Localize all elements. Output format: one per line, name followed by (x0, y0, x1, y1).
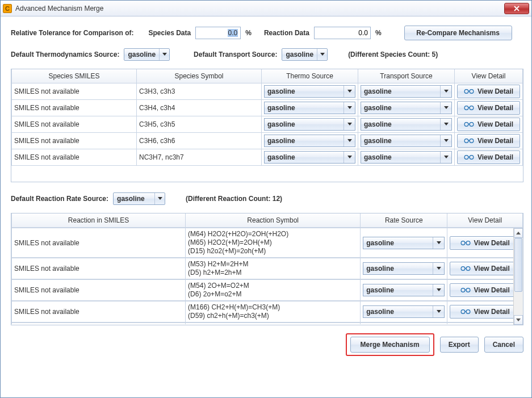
symbol-cell: C3H6, c3h6 (137, 133, 262, 149)
view-detail-button[interactable]: View Detail (450, 262, 520, 275)
reaction-data-input[interactable] (314, 27, 371, 39)
svg-point-4 (464, 123, 468, 127)
rate-cell: gasoline (361, 228, 447, 258)
chevron-down-icon (154, 193, 165, 204)
reaction-count-label: (Different Reaction Count: 12) (186, 195, 282, 203)
svg-point-9 (470, 156, 474, 160)
pct-2: % (375, 29, 382, 37)
table-row: SMILES not availableC3H4, c3h4gasolinega… (12, 100, 523, 116)
reaction-scrollbar[interactable] (513, 228, 523, 325)
rx-symbol-cell: (M54) 2O+M=O2+M(D6) 2o+M=o2+M (186, 280, 361, 301)
chevron-down-icon (433, 237, 444, 249)
rate-cell: gasoline (361, 258, 447, 279)
close-button[interactable] (504, 3, 529, 14)
view-detail-button[interactable]: View Detail (450, 283, 520, 297)
scroll-down-button[interactable] (514, 315, 523, 325)
rate-dropdown[interactable]: gasoline (363, 262, 445, 275)
thermo-dropdown[interactable]: gasoline (264, 135, 355, 147)
chevron-down-icon (344, 135, 355, 146)
svg-point-8 (464, 156, 468, 160)
table-row: SMILES not availableC3H6, c3h6gasolinega… (12, 133, 523, 149)
svg-point-0 (464, 90, 468, 94)
transport-dropdown[interactable]: gasoline (361, 135, 452, 147)
thermo-dropdown[interactable]: gasoline (264, 85, 355, 98)
transport-dropdown[interactable]: gasoline (361, 102, 452, 114)
default-rate-dropdown[interactable]: gasoline (113, 192, 165, 205)
column-header: Species SMILES (12, 69, 137, 83)
column-header: View Detail (447, 213, 523, 228)
view-detail-button[interactable]: View Detail (457, 118, 520, 131)
defaults-row: Default Thermodynamics Source: gasoline … (11, 48, 523, 61)
cancel-button[interactable]: Cancel (484, 337, 523, 353)
thermo-dropdown[interactable]: gasoline (264, 151, 355, 164)
view-cell: View Detail (455, 100, 523, 116)
smiles-cell: SMILES not available (12, 133, 137, 149)
species-table-wrap: Species SMILESSpecies SymbolThermo Sourc… (11, 69, 523, 182)
view-detail-button[interactable]: View Detail (457, 85, 520, 98)
rate-dropdown[interactable]: gasoline (363, 237, 445, 249)
svg-point-15 (466, 288, 470, 292)
chevron-down-icon (433, 284, 444, 296)
table-row: SMILES not available(M54) 2O+M=O2+M(D6) … (11, 279, 523, 301)
rx-smiles-cell: SMILES not available (12, 228, 186, 258)
rx-symbol-cell: (M55) O+H+M=OH+M(D7) o+h+M=oh+M (186, 323, 361, 325)
default-transport-label: Default Transport Source: (194, 51, 277, 58)
scroll-track[interactable] (514, 238, 523, 315)
symbol-cell: C3H4, c3h4 (137, 100, 262, 116)
window: C Advanced Mechanism Merge Relative Tole… (0, 0, 532, 398)
transport-dropdown[interactable]: gasoline (361, 118, 452, 131)
merge-highlight: Merge Mechanism (346, 333, 434, 356)
rate-dropdown[interactable]: gasoline (363, 284, 445, 296)
transport-cell: gasoline (358, 149, 455, 166)
chevron-down-icon (440, 152, 451, 163)
svg-point-10 (461, 241, 465, 245)
view-cell: View Detail (455, 133, 523, 149)
thermo-dropdown[interactable]: gasoline (264, 102, 355, 114)
chevron-down-icon (344, 119, 355, 130)
svg-point-5 (470, 123, 474, 127)
transport-dropdown[interactable]: gasoline (361, 85, 452, 98)
svg-point-11 (466, 241, 470, 245)
default-thermo-label: Default Thermodynamics Source: (11, 51, 119, 58)
view-detail-button[interactable]: View Detail (457, 150, 520, 164)
smiles-cell: SMILES not available (12, 116, 137, 133)
svg-point-2 (464, 106, 468, 110)
rate-cell: gasoline (361, 301, 447, 322)
default-transport-dropdown[interactable]: gasoline (282, 48, 328, 61)
rate-cell: gasoline (361, 323, 447, 325)
recompare-button[interactable]: Re-Compare Mechanisms (404, 26, 512, 40)
footer-buttons: Merge Mechanism Export Cancel (11, 330, 523, 356)
column-header: Reaction Symbol (186, 213, 361, 228)
merge-button[interactable]: Merge Mechanism (350, 337, 430, 353)
scroll-thumb[interactable] (514, 238, 522, 292)
svg-point-16 (461, 310, 465, 314)
view-cell: View Detail (447, 301, 523, 322)
svg-point-14 (461, 288, 465, 292)
view-detail-button[interactable]: View Detail (457, 134, 520, 148)
chevron-down-icon (344, 102, 355, 114)
column-header: View Detail (455, 69, 523, 83)
export-button[interactable]: Export (440, 337, 479, 353)
transport-cell: gasoline (358, 83, 455, 100)
chevron-down-icon (433, 306, 444, 317)
close-icon (514, 6, 520, 11)
svg-point-17 (466, 310, 470, 314)
rx-smiles-cell: SMILES not available (12, 280, 186, 301)
view-detail-button[interactable]: View Detail (450, 236, 520, 250)
thermo-dropdown[interactable]: gasoline (264, 118, 355, 131)
rx-symbol-cell: (M64) H2O2(+H2O)=2OH(+H2O)(M65) H2O2(+M)… (186, 228, 361, 258)
chevron-down-icon (317, 49, 327, 60)
thermo-cell: gasoline (262, 133, 358, 149)
transport-cell: gasoline (358, 116, 455, 133)
rx-smiles-cell: SMILES not available (12, 258, 186, 279)
table-row: SMILES not available(M166) CH2+H(+M)=CH3… (11, 301, 523, 322)
view-detail-button[interactable]: View Detail (457, 101, 520, 115)
species-data-input[interactable]: 0.0 (195, 27, 241, 39)
default-thermo-dropdown[interactable]: gasoline (124, 48, 170, 61)
view-detail-button[interactable]: View Detail (450, 305, 520, 319)
rate-dropdown[interactable]: gasoline (363, 305, 445, 318)
view-cell: View Detail (447, 228, 523, 258)
scroll-up-button[interactable] (514, 228, 523, 238)
rx-smiles-cell: SMILES not available (12, 301, 186, 322)
transport-dropdown[interactable]: gasoline (361, 151, 452, 164)
